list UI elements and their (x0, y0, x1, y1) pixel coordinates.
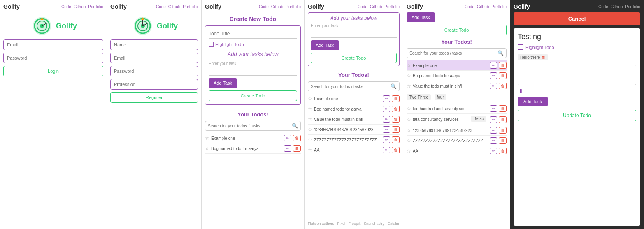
star-icon[interactable]: ☆ (407, 148, 411, 154)
star-icon[interactable]: ☆ (407, 106, 411, 111)
delete-button[interactable]: 🗑 (499, 148, 507, 154)
nav-code-3[interactable]: Code (259, 5, 269, 9)
reg-password-input[interactable] (110, 66, 198, 76)
nav-code-6[interactable]: Code (598, 5, 608, 9)
search-input-4[interactable] (311, 84, 391, 89)
nav-github-4[interactable]: Github (370, 5, 382, 9)
nav-github-5[interactable]: Github (477, 5, 489, 9)
edit-button[interactable]: ✏ (490, 127, 497, 134)
delete-button[interactable]: 🗑 (392, 95, 400, 102)
create-todo-button-4[interactable]: Create Todo (311, 53, 397, 63)
star-icon[interactable]: ☆ (407, 138, 411, 143)
nav-code-2[interactable]: Code (156, 5, 166, 9)
add-task-button-6[interactable]: Add Task (518, 97, 548, 106)
edit-button[interactable]: ✏ (383, 95, 390, 102)
update-todo-button[interactable]: Update Todo (518, 110, 636, 121)
password-input[interactable] (3, 53, 103, 63)
email-input[interactable] (3, 39, 103, 50)
edit-button[interactable]: ✏ (284, 135, 291, 141)
edit-button[interactable]: ✏ (284, 145, 291, 152)
star-icon[interactable]: ☆ (205, 146, 209, 151)
edit-button[interactable]: ✏ (490, 105, 497, 112)
register-panel: Golify Code Github Portfolio Golify Regi… (107, 0, 202, 229)
delete-button[interactable]: 🗑 (392, 147, 400, 153)
delete-button[interactable]: 🗑 (499, 83, 507, 89)
nav-portfolio-2[interactable]: Portfolio (183, 5, 198, 9)
highlight-checkbox-6[interactable] (518, 44, 523, 50)
edit-button[interactable]: ✏ (490, 83, 497, 89)
star-icon[interactable]: ☆ (407, 127, 411, 133)
nav-portfolio-3[interactable]: Portfolio (286, 5, 301, 9)
profession-input[interactable] (110, 79, 198, 90)
login-button[interactable]: Login (3, 66, 103, 76)
edit-button[interactable]: ✏ (490, 62, 497, 69)
add-task-button[interactable]: Add Task (209, 78, 237, 88)
create-todo-button-5[interactable]: Create Todo (407, 25, 507, 35)
nav-code-5[interactable]: Code (465, 5, 474, 9)
star-icon[interactable]: ☆ (308, 106, 312, 112)
edit-button[interactable]: ✏ (383, 106, 390, 112)
logo-text-2: Golify (157, 22, 178, 30)
delete-button[interactable]: 🗑 (499, 137, 507, 144)
edit-button[interactable]: ✏ (383, 126, 390, 133)
brand-2: Golify (110, 3, 127, 10)
nav-github-3[interactable]: Github (271, 5, 283, 9)
star-icon[interactable]: ☆ (308, 137, 312, 143)
nav-portfolio-5[interactable]: Portfolio (491, 5, 507, 9)
delete-button[interactable]: 🗑 (499, 72, 507, 79)
delete-button[interactable]: 🗑 (392, 116, 400, 123)
task-text-area[interactable] (518, 65, 636, 85)
delete-button[interactable]: 🗑 (499, 62, 507, 69)
delete-button[interactable]: 🗑 (392, 126, 400, 133)
nav-code-4[interactable]: Code (358, 5, 367, 9)
star-icon[interactable]: ☆ (407, 73, 411, 79)
brand-5: Golify (407, 3, 423, 10)
add-task-button-4[interactable]: Add Task (311, 40, 339, 50)
edit-button[interactable]: ✏ (490, 72, 497, 79)
edit-button[interactable]: ✏ (490, 148, 497, 154)
enter-task-label-4: Enter your task (311, 23, 397, 28)
nav-code-1[interactable]: Code (61, 5, 71, 9)
cancel-button[interactable]: Cancel (514, 12, 640, 25)
highlight-label-6: Highlight Todo (525, 45, 554, 50)
star-icon[interactable]: ☆ (308, 96, 312, 102)
search-input-5[interactable] (409, 51, 498, 56)
search-input-3[interactable] (208, 124, 292, 128)
delete-button[interactable]: 🗑 (392, 136, 400, 143)
star-icon[interactable]: ☆ (308, 147, 312, 153)
add-task-button-5[interactable]: Add Task (407, 12, 435, 22)
star-icon[interactable]: ☆ (205, 135, 209, 141)
star-icon[interactable]: ☆ (308, 116, 312, 122)
delete-button[interactable]: 🗑 (293, 145, 301, 152)
nav-github-2[interactable]: Github (168, 5, 180, 9)
edit-button[interactable]: ✏ (383, 147, 390, 153)
edit-button[interactable]: ✏ (490, 137, 497, 144)
edit-button[interactable]: ✏ (383, 136, 390, 143)
register-button[interactable]: Register (110, 92, 198, 103)
add-tasks-text: Add your tasks below (209, 51, 297, 57)
highlight-checkbox[interactable] (209, 42, 214, 47)
edit-button[interactable]: ✏ (490, 116, 497, 123)
edit-button[interactable]: ✏ (383, 116, 390, 123)
name-input[interactable] (110, 39, 198, 50)
star-icon[interactable]: ☆ (407, 62, 411, 68)
create-todo-button[interactable]: Create Todo (209, 90, 297, 101)
todo-title-input[interactable] (209, 29, 297, 39)
reg-email-input[interactable] (110, 53, 198, 63)
star-icon[interactable]: ☆ (407, 117, 411, 123)
delete-button[interactable]: 🗑 (499, 127, 507, 134)
nav-github-6[interactable]: Github (611, 5, 623, 9)
tag-delete-icon[interactable]: 🗑 (542, 55, 546, 60)
delete-button[interactable]: 🗑 (499, 116, 507, 123)
nav-portfolio-4[interactable]: Portfolio (384, 5, 400, 9)
delete-button[interactable]: 🗑 (499, 105, 507, 112)
star-icon[interactable]: ☆ (407, 83, 411, 89)
delete-button[interactable]: 🗑 (392, 106, 400, 112)
nav-github-1[interactable]: Github (74, 5, 86, 9)
task-input-4[interactable] (311, 30, 397, 38)
task-input[interactable] (209, 68, 297, 76)
nav-portfolio-1[interactable]: Portfolio (88, 5, 103, 9)
delete-button[interactable]: 🗑 (293, 135, 301, 141)
nav-portfolio-6[interactable]: Portfolio (625, 5, 640, 9)
star-icon[interactable]: ☆ (308, 127, 312, 132)
